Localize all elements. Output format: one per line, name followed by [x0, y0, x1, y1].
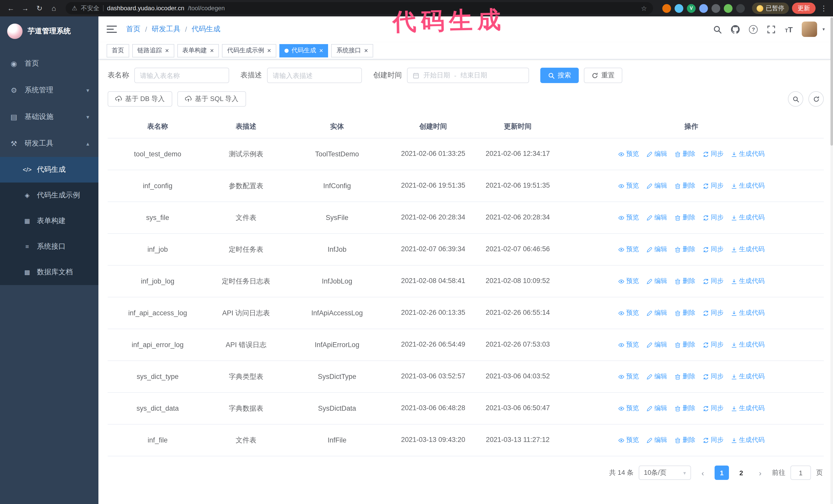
breadcrumb-devtools[interactable]: 研发工具	[152, 25, 181, 34]
prev-page-button[interactable]: ‹	[696, 465, 710, 480]
action-sync-link[interactable]: 同步	[703, 150, 723, 159]
close-icon[interactable]: ×	[319, 47, 323, 54]
next-page-button[interactable]: ›	[754, 465, 767, 480]
action-edit-link[interactable]: 编辑	[646, 245, 667, 254]
tab-form-builder[interactable]: 表单构建 ×	[177, 44, 219, 57]
extension-icon-7[interactable]	[736, 4, 745, 13]
bookmark-star-icon[interactable]: ☆	[641, 4, 647, 12]
action-sync-link[interactable]: 同步	[703, 372, 723, 381]
action-download-link[interactable]: 生成代码	[731, 372, 765, 381]
date-start-placeholder[interactable]: 开始日期	[423, 71, 450, 80]
action-sync-link[interactable]: 同步	[703, 245, 723, 254]
action-delete-link[interactable]: 删除	[674, 404, 695, 413]
action-sync-link[interactable]: 同步	[703, 213, 723, 222]
action-download-link[interactable]: 生成代码	[731, 340, 765, 349]
tab-codegen[interactable]: 代码生成 ×	[279, 44, 328, 57]
extension-icon-6[interactable]	[724, 4, 733, 13]
action-sync-link[interactable]: 同步	[703, 340, 723, 349]
table-name-input[interactable]	[134, 68, 229, 83]
action-delete-link[interactable]: 删除	[674, 309, 695, 317]
sidebar-item-form-builder[interactable]: ▦ 表单构建	[0, 208, 98, 234]
extension-icon-2[interactable]	[674, 4, 683, 13]
page-size-select[interactable]: 10条/页 ▾	[639, 465, 691, 480]
breadcrumb-home[interactable]: 首页	[126, 25, 140, 34]
import-db-button[interactable]: 基于 DB 导入	[108, 91, 172, 106]
action-eye-link[interactable]: 预览	[618, 372, 639, 381]
sidebar-item-devtools[interactable]: ⚒ 研发工具 ▴	[0, 130, 98, 157]
page-button-2[interactable]: 2	[734, 465, 748, 480]
goto-page-input[interactable]	[790, 465, 811, 480]
tab-codegen-example[interactable]: 代码生成示例 ×	[222, 44, 276, 57]
action-delete-link[interactable]: 删除	[674, 277, 695, 286]
toggle-search-button[interactable]	[788, 91, 803, 106]
sidebar-item-system-api[interactable]: ≡ 系统接口	[0, 234, 98, 259]
action-edit-link[interactable]: 编辑	[646, 340, 667, 349]
address-bar[interactable]: ⚠ 不安全 dashboard.yudao.iocoder.cn /tool/c…	[66, 2, 653, 14]
action-sync-link[interactable]: 同步	[703, 182, 723, 190]
sidebar-item-codegen-example[interactable]: ◈ 代码生成示例	[0, 183, 98, 208]
fullscreen-icon[interactable]	[767, 25, 776, 33]
paused-badge[interactable]: 已暂停	[752, 3, 789, 14]
action-edit-link[interactable]: 编辑	[646, 277, 667, 286]
date-range-picker[interactable]: 开始日期 - 结束日期	[407, 68, 529, 83]
sidebar-item-db-doc[interactable]: ▩ 数据库文档	[0, 259, 98, 285]
app-logo[interactable]: 芋道管理系统	[0, 17, 98, 46]
action-delete-link[interactable]: 删除	[674, 436, 695, 445]
action-edit-link[interactable]: 编辑	[646, 150, 667, 159]
search-icon[interactable]	[713, 25, 722, 33]
action-download-link[interactable]: 生成代码	[731, 150, 765, 159]
back-icon[interactable]: ←	[4, 2, 18, 15]
action-download-link[interactable]: 生成代码	[731, 182, 765, 190]
action-edit-link[interactable]: 编辑	[646, 309, 667, 317]
action-delete-link[interactable]: 删除	[674, 213, 695, 222]
action-edit-link[interactable]: 编辑	[646, 182, 667, 190]
action-delete-link[interactable]: 删除	[674, 340, 695, 349]
action-eye-link[interactable]: 预览	[618, 277, 639, 286]
action-delete-link[interactable]: 删除	[674, 372, 695, 381]
action-sync-link[interactable]: 同步	[703, 309, 723, 317]
action-download-link[interactable]: 生成代码	[731, 213, 765, 222]
forward-icon[interactable]: →	[19, 2, 32, 15]
sidebar-item-system[interactable]: ⚙ 系统管理 ▾	[0, 77, 98, 103]
action-eye-link[interactable]: 预览	[618, 340, 639, 349]
help-icon[interactable]: ?	[749, 25, 758, 33]
close-icon[interactable]: ×	[267, 47, 271, 54]
browser-menu-icon[interactable]: ⋮	[819, 4, 829, 12]
action-sync-link[interactable]: 同步	[703, 277, 723, 286]
tab-link-trace[interactable]: 链路追踪 ×	[132, 44, 174, 57]
date-end-placeholder[interactable]: 结束日期	[460, 71, 487, 80]
close-icon[interactable]: ×	[210, 47, 214, 54]
update-button[interactable]: 更新	[792, 3, 815, 14]
action-delete-link[interactable]: 删除	[674, 245, 695, 254]
refresh-table-button[interactable]	[808, 91, 824, 106]
user-avatar[interactable]	[802, 22, 817, 37]
extension-icon-1[interactable]	[662, 4, 671, 13]
action-delete-link[interactable]: 删除	[674, 150, 695, 159]
hamburger-icon[interactable]	[106, 26, 117, 33]
table-desc-input[interactable]	[267, 68, 362, 83]
avatar-caret-icon[interactable]: ▾	[823, 27, 825, 32]
action-download-link[interactable]: 生成代码	[731, 245, 765, 254]
extension-icon-3[interactable]: V	[687, 4, 696, 13]
reload-icon[interactable]: ↻	[33, 2, 46, 15]
action-download-link[interactable]: 生成代码	[731, 436, 765, 445]
tab-home[interactable]: 首页	[106, 44, 129, 57]
action-edit-link[interactable]: 编辑	[646, 404, 667, 413]
action-delete-link[interactable]: 删除	[674, 182, 695, 190]
action-download-link[interactable]: 生成代码	[731, 309, 765, 317]
extension-icon-5[interactable]	[712, 4, 720, 13]
action-sync-link[interactable]: 同步	[703, 436, 723, 445]
action-edit-link[interactable]: 编辑	[646, 372, 667, 381]
action-eye-link[interactable]: 预览	[618, 182, 639, 190]
search-button[interactable]: 搜索	[540, 68, 579, 83]
action-edit-link[interactable]: 编辑	[646, 436, 667, 445]
extension-icon-4[interactable]	[699, 4, 708, 13]
action-eye-link[interactable]: 预览	[618, 309, 639, 317]
action-eye-link[interactable]: 预览	[618, 436, 639, 445]
tab-system-api[interactable]: 系统接口 ×	[331, 44, 373, 57]
close-icon[interactable]: ×	[364, 47, 368, 54]
import-sql-button[interactable]: 基于 SQL 导入	[177, 91, 246, 106]
close-icon[interactable]: ×	[165, 47, 169, 54]
action-download-link[interactable]: 生成代码	[731, 404, 765, 413]
font-size-icon[interactable]: TT	[785, 25, 793, 33]
